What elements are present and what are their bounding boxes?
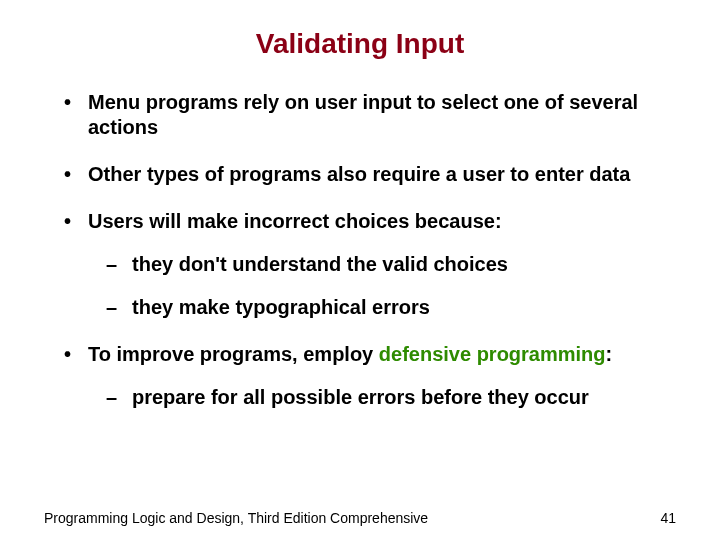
sub-bullet-item: prepare for all possible errors before t… — [106, 385, 676, 410]
slide: Validating Input Menu programs rely on u… — [0, 0, 720, 540]
bullet-text: Menu programs rely on user input to sele… — [88, 91, 638, 138]
footer-left: Programming Logic and Design, Third Edit… — [44, 510, 428, 526]
sub-bullet-item: they don't understand the valid choices — [106, 252, 676, 277]
bullet-item: Menu programs rely on user input to sele… — [60, 90, 676, 140]
page-number: 41 — [660, 510, 676, 526]
sub-bullet-item: they make typographical errors — [106, 295, 676, 320]
bullet-text: they don't understand the valid choices — [132, 253, 508, 275]
footer: Programming Logic and Design, Third Edit… — [44, 510, 676, 526]
bullet-text: Other types of programs also require a u… — [88, 163, 630, 185]
bullet-text-pre: To improve programs, employ — [88, 343, 379, 365]
slide-content: Menu programs rely on user input to sele… — [0, 90, 720, 410]
bullet-item: Users will make incorrect choices becaus… — [60, 209, 676, 234]
highlight-term: defensive programming — [379, 343, 606, 365]
bullet-text: they make typographical errors — [132, 296, 430, 318]
bullet-text: Users will make incorrect choices becaus… — [88, 210, 502, 232]
bullet-item: Other types of programs also require a u… — [60, 162, 676, 187]
bullet-item: To improve programs, employ defensive pr… — [60, 342, 676, 367]
bullet-text-post: : — [606, 343, 613, 365]
slide-title: Validating Input — [0, 0, 720, 68]
bullet-text: prepare for all possible errors before t… — [132, 386, 589, 408]
